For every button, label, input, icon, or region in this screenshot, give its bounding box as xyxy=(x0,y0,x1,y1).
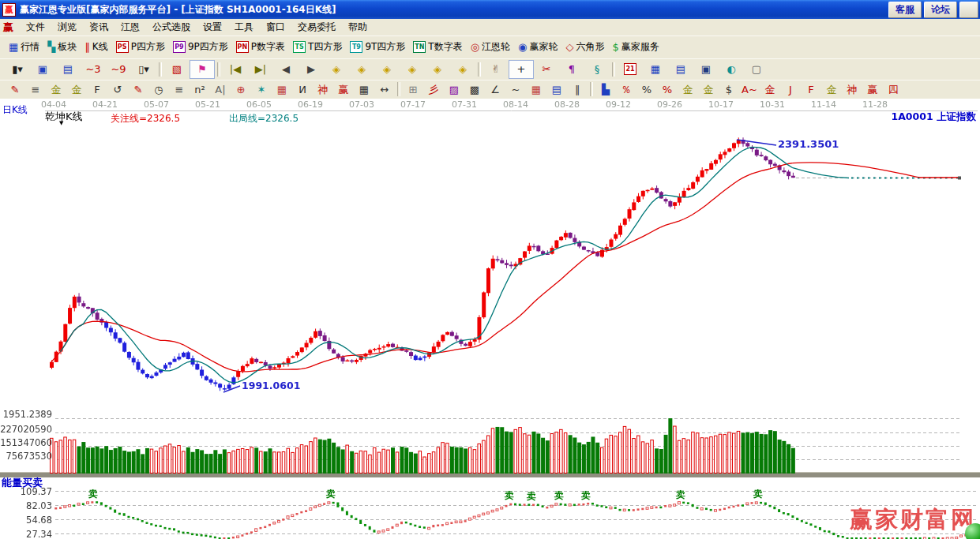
chart-9-button[interactable]: ~9 xyxy=(106,60,131,79)
gann-tool-teal-button[interactable]: § xyxy=(584,60,610,79)
percent-button[interactable]: % xyxy=(636,81,657,98)
compress-horizontal-button[interactable]: ◈ xyxy=(400,60,425,79)
four-angle-button[interactable]: 四 xyxy=(883,81,903,98)
gold-levels-button[interactable]: 金 xyxy=(698,81,719,98)
crosshair-button[interactable]: + xyxy=(509,60,534,79)
scroll-left-button[interactable]: ◈ xyxy=(324,60,349,79)
chart-3-button[interactable]: ~3 xyxy=(81,60,106,79)
winner-angle-button[interactable]: 赢 xyxy=(862,81,883,98)
kline-type-dropdown[interactable]: 乾坤K线 ▼ xyxy=(45,110,83,124)
wave-a-button[interactable]: A~ xyxy=(739,81,760,98)
p-square-button[interactable]: PSP四方形 xyxy=(112,38,169,57)
gold-ratio-2-button[interactable]: 金 xyxy=(66,81,87,98)
zigzag-button[interactable]: ~ xyxy=(505,81,526,98)
spiral-button[interactable]: ↺ xyxy=(107,81,128,98)
9t-square-button[interactable]: T99T四方形 xyxy=(346,38,409,57)
span-measure-button[interactable]: ↔ xyxy=(374,81,395,98)
winner-tool-button[interactable]: 赢 xyxy=(333,81,354,98)
first-page-button[interactable]: |◀ xyxy=(223,60,248,79)
remote-service-button[interactable]: ▢ xyxy=(744,60,769,79)
t-square-button[interactable]: TST四方形 xyxy=(289,38,346,57)
quotes-button[interactable]: ▦行情 xyxy=(5,38,43,57)
pan-hand-button[interactable]: ✌ xyxy=(483,60,509,79)
titlebar-button-extra[interactable] xyxy=(959,2,978,18)
winner-service-button[interactable]: $赢家服务 xyxy=(608,38,663,57)
menu-窗口[interactable]: 窗口 xyxy=(260,20,291,35)
shade-box-1-button[interactable]: ▨ xyxy=(444,81,464,98)
magic-tool-button[interactable]: 神 xyxy=(313,81,333,98)
gann-wheel-button[interactable]: ◎江恩轮 xyxy=(467,38,514,57)
p-number-table-button[interactable]: PNP数字表 xyxy=(232,38,289,57)
winner-wheel-button[interactable]: ◉赢家轮 xyxy=(514,38,561,57)
shade-box-2-button[interactable]: ▩ xyxy=(464,81,485,98)
circle-cross-button[interactable]: ⊕ xyxy=(231,81,251,98)
menu-帮助[interactable]: 帮助 xyxy=(342,20,374,35)
grid-blue-button[interactable]: ▤ xyxy=(546,81,567,98)
ruler-ticks-button[interactable]: ≡ xyxy=(25,81,46,98)
gold-line-button[interactable]: 金 xyxy=(760,81,780,98)
box-select-button[interactable]: ⊞ xyxy=(403,81,423,98)
chart-canvas[interactable] xyxy=(0,99,980,539)
notes-button[interactable]: ▤ xyxy=(668,60,693,79)
percent-line-button[interactable]: ％ xyxy=(616,81,636,98)
kline-style-dropdown-button[interactable]: ▮▾ xyxy=(5,60,30,79)
gold-ratio-1-button[interactable]: 金 xyxy=(46,81,66,98)
menu-交易委托[interactable]: 交易委托 xyxy=(291,20,342,35)
speed-lines-button[interactable]: 彡 xyxy=(423,81,444,98)
volume-profile-button[interactable]: ▙ xyxy=(595,81,616,98)
parallel-lines-button[interactable]: ∥ xyxy=(567,81,588,98)
angle-line-tool-button[interactable]: ✎ xyxy=(5,81,25,98)
t-number-table-button[interactable]: TNT数字表 xyxy=(409,38,466,57)
menu-资讯[interactable]: 资讯 xyxy=(83,20,115,35)
save-button[interactable]: ▣ xyxy=(693,60,719,79)
floating-service-button[interactable] xyxy=(965,523,980,539)
expand-horizontal-button[interactable]: ◈ xyxy=(374,60,400,79)
pattern-window-button[interactable]: ▣ xyxy=(30,60,55,79)
calculator-button[interactable]: ▦ xyxy=(643,60,668,79)
marker-pen-button[interactable]: ✎ xyxy=(128,81,148,98)
number-grid-button[interactable]: ▦ xyxy=(354,81,374,98)
trend-pattern-button[interactable]: ▧ xyxy=(164,60,190,79)
menu-浏览[interactable]: 浏览 xyxy=(51,20,83,35)
last-page-button[interactable]: ▶| xyxy=(248,60,273,79)
time-cycle-button[interactable]: ◷ xyxy=(148,81,169,98)
money-tool-button[interactable]: $ xyxy=(719,81,739,98)
fibonacci-button[interactable]: F xyxy=(87,81,107,98)
color-flag-button[interactable]: ⚑ xyxy=(190,60,215,79)
gold-circle-button[interactable]: 金 xyxy=(678,81,698,98)
scroll-right-button[interactable]: ◈ xyxy=(349,60,374,79)
gann-grid-button[interactable]: ▦ xyxy=(272,81,292,98)
titlebar-button-客服[interactable]: 客服 xyxy=(888,2,922,18)
kline-button[interactable]: ∥K线 xyxy=(81,38,111,57)
sectors-button[interactable]: ▚板块 xyxy=(43,38,81,57)
hexagon-button[interactable]: ◇六角形 xyxy=(561,38,608,57)
wave-mark-button[interactable]: И xyxy=(292,81,313,98)
starburst-button[interactable]: ✶ xyxy=(251,81,272,98)
9p-square-button[interactable]: P99P四方形 xyxy=(169,38,232,57)
next-page-button[interactable]: ▶ xyxy=(299,60,324,79)
magic-angle-button[interactable]: 神 xyxy=(842,81,862,98)
menu-设置[interactable]: 设置 xyxy=(197,20,228,35)
prev-page-button[interactable]: ◀ xyxy=(273,60,299,79)
angle-a-button[interactable]: A| xyxy=(210,81,231,98)
menu-公式选股[interactable]: 公式选股 xyxy=(146,20,197,35)
trend-pencil-button[interactable]: ∠ xyxy=(485,81,505,98)
menu-江恩[interactable]: 江恩 xyxy=(115,20,146,35)
info-panel-button[interactable]: ▤ xyxy=(55,60,81,79)
angle-measure-button[interactable]: ✂ xyxy=(534,60,559,79)
zoom-in-all-button[interactable]: ◈ xyxy=(450,60,475,79)
j-angle-button[interactable]: J xyxy=(780,81,801,98)
gold-angle-button[interactable]: 金 xyxy=(821,81,842,98)
gann-tool-purple-button[interactable]: ¶ xyxy=(559,60,584,79)
candle-small-dropdown-button[interactable]: ▯▾ xyxy=(131,60,156,79)
menu-文件[interactable]: 文件 xyxy=(20,20,51,35)
n-square-button[interactable]: n² xyxy=(190,81,210,98)
time-ruler-button[interactable]: ≡ xyxy=(169,81,190,98)
calendar-button[interactable]: 21 xyxy=(618,60,643,79)
f-angle-button[interactable]: F xyxy=(801,81,821,98)
titlebar-button-论坛[interactable]: 论坛 xyxy=(924,2,957,18)
percent-levels-button[interactable]: % xyxy=(657,81,678,98)
zoom-out-all-button[interactable]: ◈ xyxy=(425,60,450,79)
grid-red-button[interactable]: ▦ xyxy=(526,81,546,98)
menu-工具[interactable]: 工具 xyxy=(228,20,260,35)
